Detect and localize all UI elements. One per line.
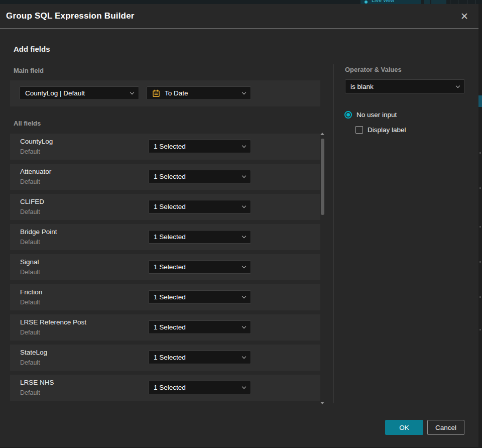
field-subtitle: Default [20, 329, 40, 336]
background-app-right-strip [478, 4, 482, 448]
field-name: LRSE NHS [20, 379, 54, 386]
operator-dropdown[interactable]: is blank [345, 79, 465, 93]
scrollbar-up-arrow[interactable] [320, 133, 324, 135]
field-row: StateLog Default 1 Selected [10, 345, 320, 371]
chevron-down-icon [242, 385, 246, 389]
close-icon[interactable]: ✕ [457, 9, 471, 23]
field-row: LRSE NHS Default 1 Selected [10, 375, 320, 401]
checkbox-unchecked-icon [355, 126, 363, 134]
main-field-dropdown[interactable]: CountyLog | Default [20, 86, 139, 100]
all-fields-list: CountyLog Default 1 Selected Attenuator … [10, 134, 320, 401]
display-label-label: Display label [368, 126, 406, 134]
chevron-down-icon [242, 355, 246, 359]
main-field-panel: CountyLog | Default To Date [10, 80, 320, 106]
background-tool-icon [479, 261, 481, 263]
field-subtitle: Default [20, 299, 40, 306]
field-selection-value: 1 Selected [154, 354, 238, 361]
cancel-button[interactable]: Cancel [427, 420, 464, 435]
main-field-label: Main field [14, 67, 44, 74]
field-row: LRSE Reference Post Default 1 Selected [10, 314, 320, 341]
field-selection-value: 1 Selected [154, 143, 238, 150]
background-tool-icon [479, 296, 481, 298]
field-row: Friction Default 1 Selected [10, 284, 320, 310]
background-tool-icon [479, 226, 481, 228]
field-selection-value: 1 Selected [154, 173, 238, 180]
main-field-type-value: To Date [165, 89, 238, 97]
toolbar-separator [450, 0, 450, 4]
field-selection-value: 1 Selected [154, 323, 238, 331]
all-fields-label: All fields [14, 120, 41, 127]
no-user-input-radio[interactable]: No user input [344, 111, 397, 119]
ok-button[interactable]: OK [385, 420, 423, 435]
calendar-icon [152, 89, 160, 97]
field-name: LRSE Reference Post [20, 318, 86, 326]
live-view-label: Live view [372, 0, 394, 3]
field-name: StateLog [20, 349, 47, 356]
group-sql-expression-builder-dialog: Group SQL Expression Builder ✕ Add field… [0, 4, 478, 448]
field-row: Attenuator Default 1 Selected [10, 164, 320, 190]
field-selection-value: 1 Selected [154, 263, 238, 271]
field-selection-dropdown[interactable]: 1 Selected [148, 381, 251, 394]
field-selection-dropdown[interactable]: 1 Selected [148, 260, 251, 274]
chevron-down-icon [242, 264, 246, 268]
background-toolbar-button [431, 0, 446, 4]
field-subtitle: Default [20, 239, 40, 246]
field-subtitle: Default [20, 389, 40, 396]
field-selection-value: 1 Selected [154, 384, 238, 391]
main-field-dropdown-value: CountyLog | Default [25, 89, 127, 97]
field-selection-dropdown[interactable]: 1 Selected [148, 320, 251, 334]
field-subtitle: Default [20, 359, 40, 366]
field-row: CountyLog Default 1 Selected [10, 134, 320, 160]
background-app-top-strip: Live view [0, 0, 482, 4]
live-view-dot-icon [365, 1, 368, 4]
operator-values-label: Operator & Values [345, 66, 402, 73]
field-name: CountyLog [20, 138, 53, 145]
field-selection-value: 1 Selected [154, 293, 238, 301]
toolbar-separator [467, 0, 467, 4]
panel-divider [333, 64, 333, 403]
background-selected-tool-highlight [478, 95, 482, 107]
field-name: Friction [20, 288, 42, 296]
field-selection-value: 1 Selected [154, 203, 238, 210]
field-name: CLIFED [20, 198, 44, 205]
no-user-input-label: No user input [356, 111, 397, 119]
chevron-down-icon [242, 324, 246, 328]
chevron-down-icon [242, 90, 246, 94]
display-label-checkbox[interactable]: Display label [355, 126, 406, 134]
field-subtitle: Default [20, 178, 40, 185]
field-selection-dropdown[interactable]: 1 Selected [148, 200, 251, 213]
toolbar-separator [475, 0, 475, 4]
background-tool-icon [479, 187, 481, 189]
background-tool-icon [479, 329, 481, 330]
chevron-down-icon [242, 234, 246, 238]
field-selection-dropdown[interactable]: 1 Selected [148, 290, 251, 304]
add-fields-heading: Add fields [14, 45, 50, 53]
field-name: Signal [20, 258, 39, 266]
scrollbar-down-arrow[interactable] [320, 402, 324, 404]
field-selection-dropdown[interactable]: 1 Selected [148, 170, 251, 183]
scrollbar-thumb[interactable] [321, 139, 324, 215]
field-selection-dropdown[interactable]: 1 Selected [148, 351, 251, 364]
background-tool-icon [479, 152, 481, 154]
background-toolbar-button [424, 0, 430, 4]
dialog-header: Group SQL Expression Builder ✕ [0, 4, 478, 29]
live-view-button[interactable]: Live view [360, 0, 421, 4]
field-selection-dropdown[interactable]: 1 Selected [148, 230, 251, 244]
field-subtitle: Default [20, 148, 40, 155]
field-row: Bridge Point Default 1 Selected [10, 224, 320, 250]
field-selection-value: 1 Selected [154, 233, 238, 241]
field-row: CLIFED Default 1 Selected [10, 194, 320, 220]
chevron-down-icon [130, 90, 134, 94]
radio-selected-icon [344, 111, 352, 119]
dialog-title: Group SQL Expression Builder [6, 11, 135, 21]
toolbar-separator [458, 0, 458, 4]
chevron-down-icon [242, 204, 246, 208]
chevron-down-icon [242, 294, 246, 298]
chevron-down-icon [242, 144, 246, 148]
main-field-type-dropdown[interactable]: To Date [147, 86, 251, 100]
field-subtitle: Default [20, 269, 40, 276]
field-selection-dropdown[interactable]: 1 Selected [148, 140, 251, 153]
field-name: Bridge Point [20, 228, 57, 236]
chevron-down-icon [242, 174, 246, 178]
operator-dropdown-value: is blank [350, 83, 452, 90]
